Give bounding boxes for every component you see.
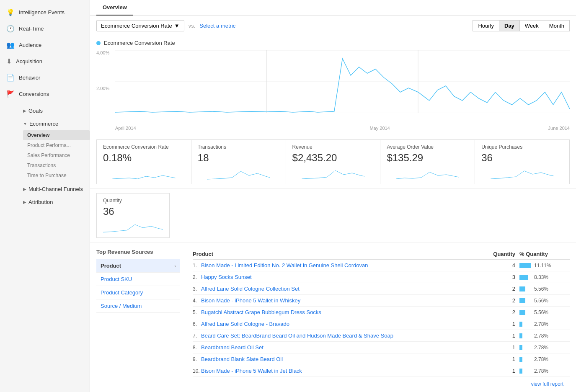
quantity-mini-chart [103, 221, 163, 233]
row-name-1[interactable]: Happy Socks Sunset [201, 274, 486, 280]
row-name-4[interactable]: Bugatchi Abstract Grape Bubblegum Dress … [201, 309, 486, 315]
sidebar-item-label: Audience [19, 42, 41, 48]
row-pct-bar-2 [519, 286, 525, 291]
row-num: 2. [193, 274, 201, 280]
week-button[interactable]: Week [519, 20, 544, 31]
row-name-5[interactable]: Alfred Lane Solid Cologne - Bravado [201, 321, 486, 327]
row-pct-bar-1 [519, 275, 528, 280]
sidebar-sales-performance[interactable]: Sales Performance [23, 150, 90, 160]
view-full-report[interactable]: view full report [193, 377, 570, 391]
row-pct-bar-0 [519, 263, 531, 268]
row-pct-wrap-2: 5.56% [519, 286, 570, 292]
row-pct-wrap-8: 2.78% [519, 356, 570, 362]
conversions-submenu: ▶ Goals ▼ Ecommerce Overview Product Per… [0, 102, 90, 211]
hourly-button[interactable]: Hourly [473, 20, 499, 31]
revenue-title: Revenue [292, 144, 374, 150]
left-controls: Ecommerce Conversion Rate ▼ vs. Select a… [96, 20, 235, 31]
month-button[interactable]: Month [544, 20, 570, 31]
chart-y-axis: 4.00% 2.00% [96, 50, 113, 121]
table-row: 5. Bugatchi Abstract Grape Bubblegum Dre… [193, 307, 570, 318]
row-qty-5: 1 [486, 321, 519, 327]
multi-channel-arrow-icon: ▶ [23, 187, 26, 191]
row-num: 6. [193, 321, 201, 327]
metric-card-avg-order: Average Order Value $135.29 [380, 139, 475, 184]
revenue-item-source-medium[interactable]: Source / Medium [96, 299, 180, 313]
row-pct-wrap-1: 8.33% [519, 274, 570, 280]
select-metric-link[interactable]: Select a metric [199, 23, 235, 29]
vs-label: vs. [189, 23, 196, 29]
row-name-6[interactable]: Beard Care Set: BeardBrand Beard Oil and… [201, 333, 486, 339]
sidebar-item-label: Real-Time [19, 26, 44, 32]
sidebar-goals[interactable]: ▶ Goals [17, 104, 90, 117]
sidebar-item-real-time[interactable]: 🕐 Real-Time [0, 21, 90, 37]
revenue-item-product-sku[interactable]: Product SKU [96, 273, 180, 286]
sidebar-ecommerce[interactable]: ▼ Ecommerce [17, 117, 90, 130]
row-pct-text-2: 5.56% [534, 286, 548, 292]
row-name-3[interactable]: Bison Made - iPhone 5 Wallet in Whiskey [201, 297, 486, 304]
row-pct-bar-container-4 [519, 310, 532, 315]
y-label-mid: 2.00% [96, 86, 113, 91]
sidebar-item-conversions[interactable]: 🚩 Conversions [0, 86, 90, 102]
row-pct-bar-container-2 [519, 286, 532, 291]
revenue-item-product-category[interactable]: Product Category [96, 286, 180, 299]
row-pct-text-6: 2.78% [534, 333, 548, 339]
table-header: Product Quantity % Quantity [193, 249, 570, 260]
sidebar-item-label: Intelligence Events [19, 9, 65, 15]
row-pct-bar-3 [519, 298, 525, 303]
row-num: 3. [193, 286, 201, 292]
unique-purchases-title: Unique Purchases [481, 144, 563, 150]
row-qty-3: 2 [486, 297, 519, 304]
row-qty-2: 2 [486, 286, 519, 292]
sidebar-attribution[interactable]: ▶ Attribution [17, 196, 90, 209]
sidebar-goals-label: Goals [28, 108, 43, 114]
quantity-row: Quantity 36 [90, 189, 576, 242]
header-pct-quantity: % Quantity [519, 251, 570, 257]
row-pct-text-7: 2.78% [534, 345, 548, 351]
row-pct-text-5: 2.78% [534, 321, 548, 327]
x-label-june: June 2014 [548, 126, 570, 131]
intelligence-icon: 💡 [6, 8, 15, 16]
transactions-mini-chart [198, 167, 279, 180]
row-name-9[interactable]: Bison Made - iPhone 5 Wallet in Jet Blac… [201, 368, 486, 374]
row-pct-text-9: 2.78% [534, 368, 548, 374]
row-pct-wrap-4: 5.56% [519, 309, 570, 315]
revenue-item-product[interactable]: Product › [96, 259, 180, 273]
table-row: 1. Bison Made - Limited Edition No. 2 Wa… [193, 260, 570, 271]
tab-overview[interactable]: Overview [96, 0, 133, 15]
metric-card-conversion-rate: Ecommerce Conversion Rate 0.18% [96, 139, 191, 184]
dropdown-arrow-icon: ▼ [174, 23, 180, 29]
table-row: 9. Beardbrand Blank Slate Beard Oil 1 2.… [193, 353, 570, 365]
chart-title: Ecommerce Conversion Rate [104, 40, 175, 46]
revenue-category-label: Product Category [101, 289, 143, 296]
sidebar-overview[interactable]: Overview [23, 130, 90, 140]
table-row: 4. Bison Made - iPhone 5 Wallet in Whisk… [193, 295, 570, 307]
row-name-7[interactable]: Beardbrand Beard Oil Set [201, 344, 486, 351]
row-name-8[interactable]: Beardbrand Blank Slate Beard Oil [201, 356, 486, 362]
sidebar-item-behavior[interactable]: 📄 Behavior [0, 70, 90, 86]
chart-svg [115, 50, 570, 113]
avg-order-value: $135.29 [387, 152, 468, 164]
sidebar-item-acquisition[interactable]: ⬇ Acquisition [0, 53, 90, 70]
row-name-2[interactable]: Alfred Lane Solid Cologne Collection Set [201, 286, 486, 292]
sidebar-product-performance[interactable]: Product Performa... [23, 140, 90, 150]
day-button[interactable]: Day [499, 20, 520, 31]
table-row: 10. Bison Made - iPhone 5 Wallet in Jet … [193, 365, 570, 377]
sidebar-item-audience[interactable]: 👥 Audience [0, 37, 90, 53]
realtime-icon: 🕐 [6, 25, 15, 33]
sidebar-item-intelligence-events[interactable]: 💡 Intelligence Events [0, 4, 90, 21]
metric-dropdown[interactable]: Ecommerce Conversion Rate ▼ [96, 20, 184, 31]
chart-container: 4.00% 2.00% [96, 50, 570, 121]
product-table: Product Quantity % Quantity 1. Bison Mad… [193, 249, 570, 391]
chart-metric-label: Ecommerce Conversion Rate [96, 40, 570, 46]
row-name-0[interactable]: Bison Made - Limited Edition No. 2 Walle… [201, 262, 486, 268]
sidebar-item-label: Behavior [19, 75, 40, 81]
sidebar-transactions[interactable]: Transactions [23, 160, 90, 170]
header-product: Product [193, 251, 486, 257]
table-row: 3. Alfred Lane Solid Cologne Collection … [193, 283, 570, 295]
metric-dropdown-label: Ecommerce Conversion Rate [101, 23, 172, 29]
goals-arrow-icon: ▶ [23, 108, 26, 113]
revenue-source-label: Source / Medium [101, 303, 142, 309]
sidebar-multi-channel[interactable]: ▶ Multi-Channel Funnels [17, 183, 90, 196]
sidebar-time-to-purchase[interactable]: Time to Purchase [23, 170, 90, 181]
sidebar-attribution-label: Attribution [28, 199, 53, 205]
